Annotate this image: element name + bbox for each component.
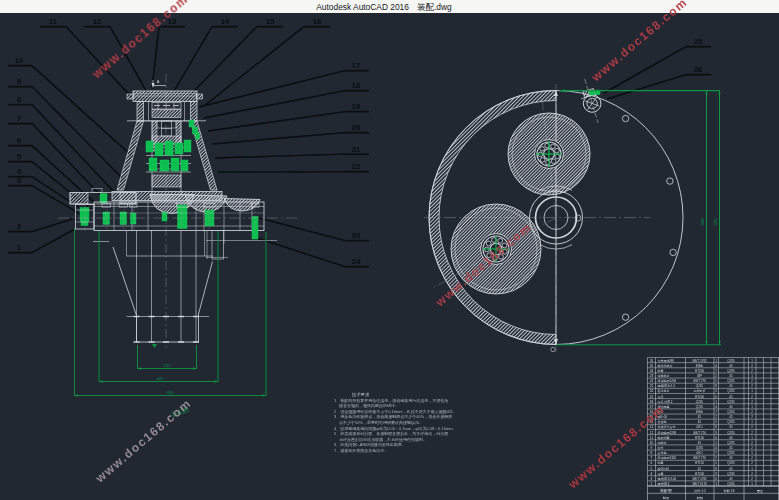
svg-text:11: 11 [49,17,58,26]
svg-text:9: 9 [651,446,653,450]
svg-text:25: 25 [650,364,654,368]
svg-text:24: 24 [650,369,654,373]
svg-text:GB/T 6170: GB/T 6170 [692,482,707,486]
svg-text:45: 45 [698,415,702,419]
svg-text:调整环: 调整环 [658,441,667,445]
svg-text:Q235: Q235 [727,420,735,424]
svg-text:21: 21 [650,384,654,388]
svg-text:11: 11 [650,436,654,440]
svg-text:密封垫片: 密封垫片 [658,389,670,393]
svg-text:2: 2 [17,222,22,231]
svg-text:Autodesk AutoCAD 2016 装配.dwg: Autodesk AutoCAD 2016 装配.dwg [316,2,452,12]
svg-text:20: 20 [352,123,361,132]
svg-text:3: 3 [651,477,653,481]
svg-text:GB/T 5782: GB/T 5782 [692,477,707,481]
svg-text:18: 18 [352,81,361,90]
svg-text:比例 1:2: 比例 1:2 [694,489,706,493]
svg-text:Q235: Q235 [727,472,735,476]
svg-text:45: 45 [729,415,733,419]
svg-text:23: 23 [650,374,654,378]
svg-text:Q235: Q235 [727,451,735,455]
svg-text:套筒: 套筒 [658,446,664,450]
svg-text:45: 45 [698,420,702,424]
svg-text:Q235: Q235 [727,482,735,486]
svg-text:5、检查减速器剖分面、各接触面及密封处，均不许漏油，剖分面: 5、检查减速器剖分面、各接触面及密封处，均不许漏油，剖分面 [334,431,448,436]
svg-text:件数 26: 件数 26 [724,489,735,493]
svg-text:滚动轴承6208: 滚动轴承6208 [658,431,677,435]
svg-text:Q235: Q235 [727,369,735,373]
svg-text:螺塞M14×1.5: 螺塞M14×1.5 [658,384,676,388]
svg-text:校核: 校核 [696,496,704,500]
svg-text:5: 5 [651,467,653,471]
svg-text:箱座: 箱座 [658,395,664,399]
svg-text:Q235: Q235 [727,389,735,393]
svg-text:Q235: Q235 [727,400,735,404]
svg-text:18: 18 [650,400,654,404]
svg-text:22: 22 [650,379,654,383]
svg-text:4: 4 [17,167,22,176]
svg-text:箱盖: 箱盖 [658,472,664,476]
svg-text:5: 5 [17,152,22,161]
svg-text:螺栓M12×100: 螺栓M12×100 [658,477,677,481]
svg-text:Q235: Q235 [696,405,704,409]
svg-text:19: 19 [650,395,654,399]
svg-text:滚动轴承6206: 滚动轴承6206 [658,379,677,383]
svg-text:Q235: Q235 [696,384,704,388]
svg-text:12: 12 [93,17,102,26]
svg-text:17: 17 [352,61,361,70]
svg-text:Q235: Q235 [696,400,704,404]
svg-text:45: 45 [729,405,733,409]
svg-text:308: 308 [700,218,705,226]
svg-text:Q235: Q235 [727,410,735,414]
svg-text:6: 6 [651,461,653,465]
svg-text:22: 22 [352,162,361,171]
svg-text:GB/T 276: GB/T 276 [693,379,706,383]
svg-text:调整垫片: 调整垫片 [658,374,670,378]
svg-text:26: 26 [694,65,703,74]
svg-text:8: 8 [651,451,653,455]
svg-text:GB/T 276: GB/T 276 [693,431,706,435]
svg-text:端盖: 端盖 [658,461,664,465]
svg-text:65Mn: 65Mn [696,410,704,414]
svg-text:制图: 制图 [663,496,669,500]
svg-text:45: 45 [729,374,733,378]
svg-text:4: 4 [651,472,653,476]
svg-text:螺母M12: 螺母M12 [658,482,670,486]
svg-text:装配图: 装配图 [660,488,672,493]
svg-text:7: 7 [651,456,653,460]
svg-text:45: 45 [729,395,733,399]
svg-text:9: 9 [17,77,22,86]
svg-text:40Cr: 40Cr [696,451,703,455]
svg-text:HT200: HT200 [695,472,704,476]
svg-text:24: 24 [352,257,361,266]
svg-text:石棉橙板: 石棉橙板 [693,389,706,393]
svg-text:420: 420 [157,376,165,381]
svg-text:滚动轴承6305: 滚动轴承6305 [658,456,677,460]
svg-text:Q235: Q235 [727,461,735,465]
svg-text:23: 23 [352,231,361,240]
svg-text:7: 7 [17,114,21,123]
svg-text:轴托场垫片: 轴托场垫片 [658,364,673,368]
svg-text:45: 45 [729,446,733,450]
svg-text:2: 2 [651,482,653,486]
svg-text:低速级大齿轮: 低速级大齿轮 [658,425,676,429]
svg-text:HT150: HT150 [695,436,704,440]
svg-text:Q235: Q235 [727,379,735,383]
svg-text:HT150: HT150 [695,461,704,465]
svg-text:45: 45 [729,436,733,440]
svg-text:HT200: HT200 [695,369,704,373]
svg-text:HT200: HT200 [695,395,704,399]
svg-text:1: 1 [17,243,22,252]
svg-text:40Cr: 40Cr [696,425,703,429]
svg-text:端盖: 端盖 [658,369,664,373]
svg-text:技术要求: 技术要求 [351,392,370,397]
svg-text:45: 45 [729,477,733,481]
svg-text:Q235: Q235 [727,441,735,445]
svg-text:14: 14 [221,17,230,26]
svg-text:A: A [157,79,160,84]
svg-text:45: 45 [698,467,702,471]
svg-text:65Mn: 65Mn [696,364,704,368]
svg-text:20: 20 [650,389,654,393]
svg-text:齿轮轴: 齿轮轴 [658,451,667,455]
svg-text:10: 10 [650,441,654,445]
